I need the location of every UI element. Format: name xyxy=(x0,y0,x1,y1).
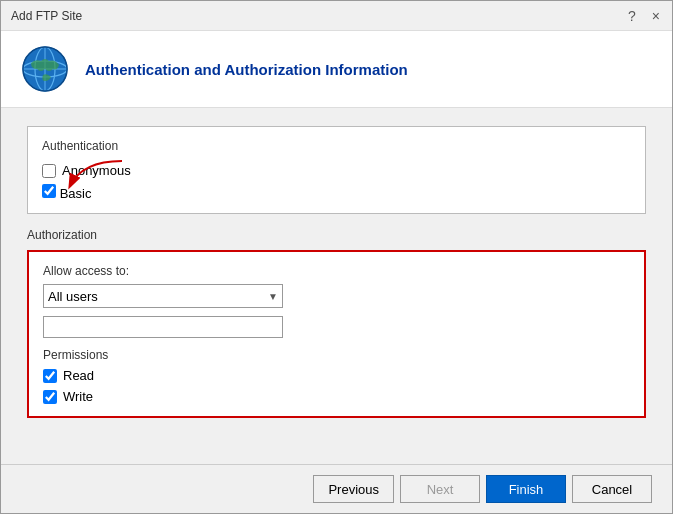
globe-icon xyxy=(21,45,69,93)
header-title: Authentication and Authorization Informa… xyxy=(85,61,408,78)
allow-access-label: Allow access to: xyxy=(43,264,630,278)
anonymous-row: Anonymous xyxy=(42,163,631,178)
basic-checkbox[interactable] xyxy=(42,184,56,198)
content: Authentication Anonymous Basic xyxy=(1,108,672,464)
help-button[interactable]: ? xyxy=(626,9,638,23)
chevron-down-icon: ▼ xyxy=(268,291,278,302)
allow-access-dropdown[interactable]: All users ▼ xyxy=(43,284,283,308)
authorization-section-title: Authorization xyxy=(27,228,646,242)
authorization-highlight-box: Allow access to: All users ▼ Permissions… xyxy=(27,250,646,418)
write-checkbox[interactable] xyxy=(43,390,57,404)
authentication-group: Authentication Anonymous Basic xyxy=(27,126,646,214)
window-title: Add FTP Site xyxy=(11,9,82,23)
close-button[interactable]: × xyxy=(650,9,662,23)
read-checkbox[interactable] xyxy=(43,369,57,383)
cancel-button[interactable]: Cancel xyxy=(572,475,652,503)
users-input[interactable] xyxy=(43,316,283,338)
title-bar: Add FTP Site ? × xyxy=(1,1,672,31)
anonymous-label: Anonymous xyxy=(62,163,131,178)
title-bar-right: ? × xyxy=(626,9,662,23)
finish-button[interactable]: Finish xyxy=(486,475,566,503)
read-row: Read xyxy=(43,368,630,383)
basic-label: Basic xyxy=(60,186,92,201)
basic-row: Basic xyxy=(42,184,91,201)
authorization-section: Authorization Allow access to: All users… xyxy=(27,228,646,418)
anonymous-checkbox[interactable] xyxy=(42,164,56,178)
dropdown-value: All users xyxy=(48,289,268,304)
header-section: Authentication and Authorization Informa… xyxy=(1,31,672,108)
title-bar-left: Add FTP Site xyxy=(11,9,82,23)
footer: Previous Next Finish Cancel xyxy=(1,464,672,513)
write-label: Write xyxy=(63,389,93,404)
previous-button[interactable]: Previous xyxy=(313,475,394,503)
write-row: Write xyxy=(43,389,630,404)
next-button[interactable]: Next xyxy=(400,475,480,503)
read-label: Read xyxy=(63,368,94,383)
permissions-title: Permissions xyxy=(43,348,630,362)
authentication-section-title: Authentication xyxy=(42,139,631,153)
window: Add FTP Site ? × Authentication and Auth… xyxy=(0,0,673,514)
